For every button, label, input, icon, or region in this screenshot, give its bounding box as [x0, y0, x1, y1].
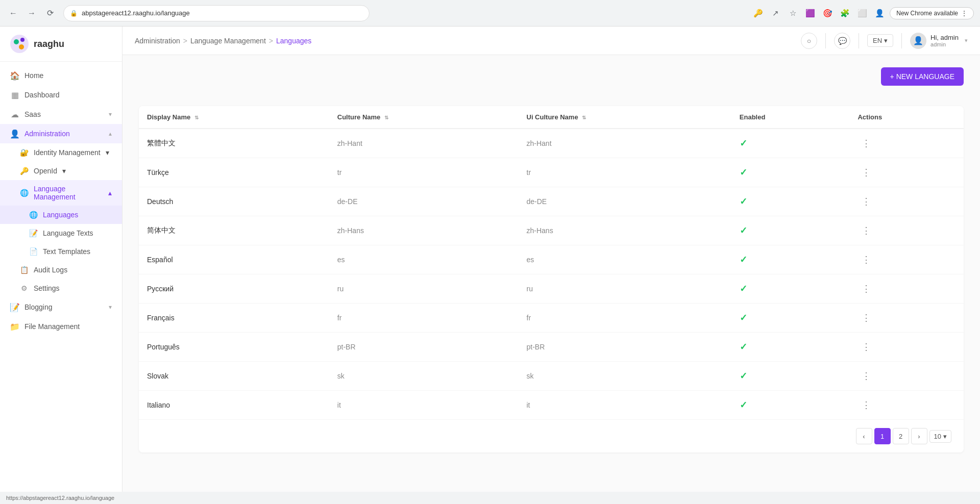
- display-name-cell: Italiano: [139, 391, 329, 420]
- text-templates-icon: 📄: [29, 247, 38, 256]
- sidebar-item-text-templates[interactable]: 📄 Text Templates: [0, 242, 122, 261]
- ui-culture-name-cell: fr: [519, 304, 731, 333]
- sidebar-item-openid[interactable]: 🔑 OpenId ▾: [0, 162, 122, 180]
- profile-icon[interactable]: 👤: [872, 6, 887, 20]
- sidebar-item-languages[interactable]: 🌐 Languages: [0, 206, 122, 224]
- table-row: 简体中文 zh-Hans zh-Hans ✓ ⋮: [139, 216, 964, 245]
- file-management-icon: 📁: [10, 322, 19, 331]
- row-actions-button[interactable]: ⋮: [857, 165, 875, 180]
- address-bar[interactable]: 🔒 abpstagereact12.raaghu.io/language: [63, 5, 370, 21]
- culture-name-cell: es: [329, 245, 519, 274]
- chevron-down-icon: ▾: [884, 37, 888, 44]
- forward-button[interactable]: →: [24, 6, 39, 20]
- share-icon[interactable]: ↗: [768, 6, 782, 20]
- actions-cell: ⋮: [849, 158, 964, 187]
- check-icon: ✓: [740, 196, 747, 207]
- enabled-cell: ✓: [731, 245, 850, 274]
- row-actions-button[interactable]: ⋮: [857, 252, 875, 267]
- chevron-up-icon: ▴: [109, 130, 112, 137]
- sidebar-item-language-texts[interactable]: 📝 Language Texts: [0, 224, 122, 242]
- raaghu-logo-icon: [10, 35, 29, 53]
- row-actions-button[interactable]: ⋮: [857, 194, 875, 209]
- divider: [859, 33, 859, 48]
- sidebar-item-blogging[interactable]: 📝 Blogging ▾: [0, 297, 122, 317]
- check-icon: ✓: [740, 225, 747, 236]
- breadcrumb-language-management[interactable]: Language Management: [190, 37, 266, 45]
- sidebar-item-identity-management[interactable]: 🔐 Identity Management ▾: [0, 143, 122, 162]
- btn-row: + NEW LANGUAGE: [139, 67, 964, 96]
- sidebar-item-home[interactable]: 🏠 Home: [0, 66, 122, 85]
- display-name-cell: Türkçe: [139, 158, 329, 187]
- col-enabled: Enabled: [731, 106, 850, 129]
- chevron-down-icon: ▾: [62, 167, 66, 175]
- chevron-down-icon: ▾: [965, 37, 968, 44]
- display-name-cell: 繁體中文: [139, 129, 329, 158]
- svg-point-1: [14, 39, 19, 44]
- window-icon[interactable]: ⬜: [855, 6, 869, 20]
- breadcrumb-current: Languages: [276, 37, 311, 45]
- user-info[interactable]: 👤 Hi, admin admin ▾: [910, 33, 968, 49]
- search-button[interactable]: ○: [801, 33, 817, 49]
- culture-name-cell: fr: [329, 304, 519, 333]
- check-icon: ✓: [740, 400, 747, 410]
- sidebar-logo: raaghu: [0, 27, 122, 62]
- sort-icon[interactable]: ⇅: [384, 115, 388, 120]
- chevron-down-icon: ▾: [109, 304, 112, 311]
- row-actions-button[interactable]: ⋮: [857, 223, 875, 238]
- row-actions-button[interactable]: ⋮: [857, 281, 875, 296]
- row-actions-button[interactable]: ⋮: [857, 397, 875, 413]
- identity-icon: 🔐: [19, 148, 29, 157]
- reload-button[interactable]: ⟳: [43, 6, 57, 20]
- culture-name-cell: pt-BR: [329, 333, 519, 362]
- back-button[interactable]: ←: [6, 6, 20, 20]
- new-chrome-button[interactable]: New Chrome available ⋮: [890, 7, 974, 19]
- table-row: 繁體中文 zh-Hant zh-Hant ✓ ⋮: [139, 129, 964, 158]
- sort-icon[interactable]: ⇅: [194, 115, 199, 120]
- check-icon: ✓: [740, 342, 747, 352]
- ui-culture-name-cell: es: [519, 245, 731, 274]
- sidebar-item-administration[interactable]: 👤 Administration ▴: [0, 124, 122, 143]
- chevron-down-icon: ▾: [109, 111, 112, 118]
- sort-icon[interactable]: ⇅: [582, 115, 586, 120]
- new-language-button[interactable]: + NEW LANGUAGE: [881, 67, 964, 86]
- page-2-button[interactable]: 2: [893, 428, 909, 444]
- row-actions-button[interactable]: ⋮: [857, 310, 875, 325]
- content-area: + NEW LANGUAGE Display Name ⇅ Culture: [122, 55, 980, 492]
- ui-culture-name-cell: pt-BR: [519, 333, 731, 362]
- prev-page-button[interactable]: ‹: [856, 428, 872, 444]
- svg-point-0: [10, 35, 29, 53]
- language-management-icon: 🌐: [19, 188, 29, 197]
- next-page-button[interactable]: ›: [911, 428, 927, 444]
- language-selector[interactable]: EN ▾: [867, 34, 893, 47]
- sidebar-nav: 🏠 Home ▦ Dashboard ☁ Saas ▾ 👤 Administra…: [0, 62, 122, 340]
- extension-icon-1[interactable]: 🟪: [803, 6, 817, 20]
- chevron-up-icon: ▴: [108, 189, 112, 197]
- sidebar-item-file-management[interactable]: 📁 File Management: [0, 317, 122, 336]
- lock-icon: 🔒: [70, 10, 78, 17]
- chat-button[interactable]: 💬: [834, 33, 850, 49]
- ui-culture-name-cell: zh-Hans: [519, 216, 731, 245]
- sidebar-item-dashboard[interactable]: ▦ Dashboard: [0, 85, 122, 105]
- row-actions-button[interactable]: ⋮: [857, 368, 875, 384]
- page-1-button[interactable]: 1: [874, 428, 891, 444]
- actions-cell: ⋮: [849, 304, 964, 333]
- sidebar-item-label: OpenId: [34, 167, 57, 175]
- sidebar-item-settings[interactable]: ⚙ Settings: [0, 279, 122, 297]
- ui-culture-name-cell: sk: [519, 362, 731, 391]
- row-actions-button[interactable]: ⋮: [857, 136, 875, 151]
- sidebar-item-audit-logs[interactable]: 📋 Audit Logs: [0, 261, 122, 279]
- browser-nav: ← → ⟳: [6, 6, 57, 20]
- sidebar-item-saas[interactable]: ☁ Saas ▾: [0, 105, 122, 124]
- extension-icon-3[interactable]: 🧩: [838, 6, 852, 20]
- sidebar-item-language-management[interactable]: 🌐 Language Management ▴: [0, 180, 122, 206]
- breadcrumb-administration[interactable]: Administration: [135, 37, 180, 45]
- user-text: Hi, admin admin: [930, 34, 959, 47]
- enabled-cell: ✓: [731, 216, 850, 245]
- table-row: Deutsch de-DE de-DE ✓ ⋮: [139, 187, 964, 216]
- key-icon[interactable]: 🔑: [751, 6, 765, 20]
- star-icon[interactable]: ☆: [786, 6, 800, 20]
- page-size-selector[interactable]: 10 ▾: [929, 430, 951, 443]
- extension-icon-2[interactable]: 🎯: [820, 6, 835, 20]
- sidebar-item-label: Audit Logs: [34, 266, 67, 274]
- row-actions-button[interactable]: ⋮: [857, 339, 875, 355]
